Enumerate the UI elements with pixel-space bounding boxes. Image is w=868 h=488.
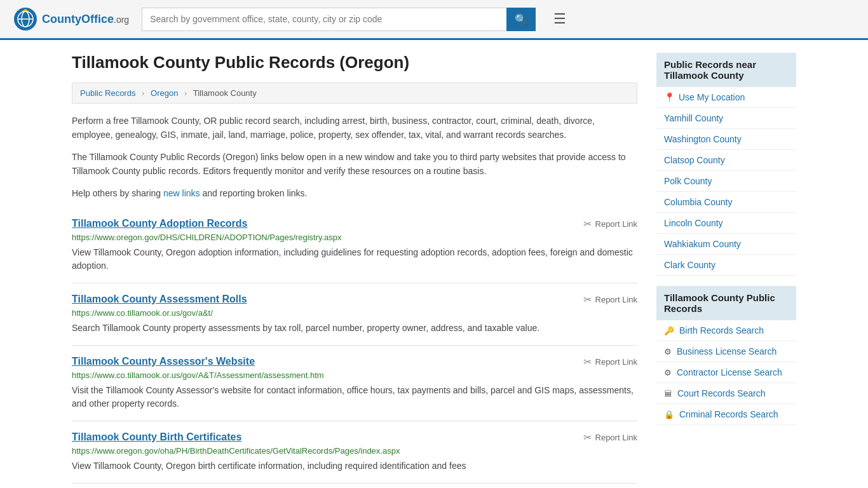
record-header-2: Tillamook County Assessor's Website ✂ Re… <box>72 356 637 368</box>
records-link-0[interactable]: Birth Records Search <box>679 325 764 336</box>
new-links-link[interactable]: new links <box>163 188 200 198</box>
records-link-item-0[interactable]: 🔑 Birth Records Search <box>656 320 796 341</box>
report-icon-1: ✂ <box>583 294 592 306</box>
breadcrumb-oregon[interactable]: Oregon <box>151 88 178 98</box>
nearby-county-link-4[interactable]: Columbia County <box>664 197 732 207</box>
record-item: Tillamook County Assessor's Website ✂ Re… <box>72 346 637 421</box>
nearby-section: Public Records near Tillamook County 📍 U… <box>656 53 796 276</box>
sidebar: Public Records near Tillamook County 📍 U… <box>656 53 796 484</box>
main-container: Tillamook County Public Records (Oregon)… <box>53 40 815 488</box>
record-header-1: Tillamook County Assessment Rolls ✂ Repo… <box>72 294 637 306</box>
nearby-county-4[interactable]: Columbia County <box>656 192 796 213</box>
logo[interactable]: CountyOffice.org <box>13 6 129 32</box>
report-link-0[interactable]: ✂ Report Link <box>583 218 637 230</box>
records-link-item-4[interactable]: 🔒 Criminal Records Search <box>656 404 796 425</box>
record-desc-3: View Tillamook County, Oregon birth cert… <box>72 459 637 473</box>
nearby-header: Public Records near Tillamook County <box>656 53 796 87</box>
desc3-prefix: Help others by sharing <box>72 188 163 198</box>
breadcrumb-current: Tillamook County <box>193 88 257 98</box>
record-title-1[interactable]: Tillamook County Assessment Rolls <box>72 294 247 305</box>
nearby-county-link-1[interactable]: Washington County <box>664 134 742 144</box>
record-header-3: Tillamook County Birth Certificates ✂ Re… <box>72 431 637 444</box>
records-link-icon-1: ⚙ <box>664 347 672 356</box>
records-link-2[interactable]: Contractor License Search <box>677 367 782 377</box>
record-title-0[interactable]: Tillamook County Adoption Records <box>72 218 247 229</box>
content-area: Tillamook County Public Records (Oregon)… <box>72 53 637 484</box>
pin-icon: 📍 <box>664 92 675 102</box>
records-link-item-1[interactable]: ⚙ Business License Search <box>656 341 796 362</box>
description-3: Help others by sharing new links and rep… <box>72 186 637 200</box>
records-link-item-2[interactable]: ⚙ Contractor License Search <box>656 362 796 383</box>
hamburger-icon: ☰ <box>553 11 566 27</box>
breadcrumb-sep2: › <box>184 88 187 98</box>
records-link-icon-3: 🏛 <box>664 389 672 398</box>
record-url-0[interactable]: https://www.oregon.gov/DHS/CHILDREN/ADOP… <box>72 233 637 242</box>
report-label-0: Report Link <box>595 219 637 229</box>
record-url-1[interactable]: https://www.co.tillamook.or.us/gov/a&t/ <box>72 308 637 318</box>
site-header: CountyOffice.org 🔍 ☰ <box>0 0 868 40</box>
breadcrumb: Public Records › Oregon › Tillamook Coun… <box>72 83 637 104</box>
record-desc-2: Visit the Tillamook County Assessor's we… <box>72 384 637 410</box>
use-location-item[interactable]: 📍 Use My Location <box>656 87 796 108</box>
records-link-icon-4: 🔒 <box>664 410 674 419</box>
search-input[interactable] <box>142 8 506 31</box>
use-location-link[interactable]: Use My Location <box>679 92 745 102</box>
breadcrumb-public-records[interactable]: Public Records <box>80 88 135 98</box>
nearby-counties-list: Yamhill CountyWashington CountyClatsop C… <box>656 108 796 276</box>
record-header-0: Tillamook County Adoption Records ✂ Repo… <box>72 218 637 230</box>
nearby-county-link-6[interactable]: Wahkiakum County <box>664 239 741 249</box>
nearby-county-link-5[interactable]: Lincoln County <box>664 218 723 228</box>
nearby-county-1[interactable]: Washington County <box>656 129 796 150</box>
record-title-3[interactable]: Tillamook County Birth Certificates <box>72 431 241 443</box>
report-icon-0: ✂ <box>583 218 592 230</box>
desc3-suffix: and reporting broken links. <box>200 188 308 198</box>
report-link-1[interactable]: ✂ Report Link <box>583 294 637 306</box>
record-url-3[interactable]: https://www.oregon.gov/oha/PH/BirthDeath… <box>72 446 637 456</box>
record-desc-0: View Tillamook County, Oregon adoption i… <box>72 246 637 273</box>
description-2: The Tillamook County Public Records (Ore… <box>72 150 637 179</box>
report-icon-3: ✂ <box>583 431 592 444</box>
nearby-county-link-2[interactable]: Clatsop County <box>664 155 725 165</box>
record-item: Tillamook County Adoption Records ✂ Repo… <box>72 208 637 283</box>
records-link-1[interactable]: Business License Search <box>677 346 776 356</box>
nearby-county-6[interactable]: Wahkiakum County <box>656 234 796 255</box>
logo-icon <box>13 6 38 32</box>
search-button[interactable]: 🔍 <box>506 8 536 31</box>
report-label-1: Report Link <box>595 295 637 304</box>
nearby-county-3[interactable]: Polk County <box>656 171 796 192</box>
report-label-3: Report Link <box>595 433 637 442</box>
record-item: Tillamook County Birth Certificates ✂ Re… <box>72 421 637 484</box>
record-title-2[interactable]: Tillamook County Assessor's Website <box>72 356 255 367</box>
records-section: Tillamook County Public Records 🔑 Birth … <box>656 286 796 425</box>
nearby-county-link-7[interactable]: Clark County <box>664 260 715 270</box>
records-section-header: Tillamook County Public Records <box>656 286 796 320</box>
record-item: Tillamook County Assessment Rolls ✂ Repo… <box>72 283 637 346</box>
description-1: Perform a free Tillamook County, OR publ… <box>72 114 637 142</box>
record-url-2[interactable]: https://www.co.tillamook.or.us/gov/A&T/A… <box>72 370 637 380</box>
records-link-3[interactable]: Court Records Search <box>677 388 766 398</box>
records-link-icon-0: 🔑 <box>664 326 674 336</box>
records-link-4[interactable]: Criminal Records Search <box>679 409 778 419</box>
nearby-county-link-3[interactable]: Polk County <box>664 176 712 186</box>
report-link-3[interactable]: ✂ Report Link <box>583 431 637 444</box>
nearby-county-link-0[interactable]: Yamhill County <box>664 113 723 123</box>
logo-text: CountyOffice.org <box>42 13 129 26</box>
records-link-item-3[interactable]: 🏛 Court Records Search <box>656 383 796 404</box>
records-list: Tillamook County Adoption Records ✂ Repo… <box>72 208 637 484</box>
nearby-county-2[interactable]: Clatsop County <box>656 150 796 171</box>
report-link-2[interactable]: ✂ Report Link <box>583 356 637 368</box>
search-area: 🔍 <box>142 8 536 31</box>
records-links-list: 🔑 Birth Records Search ⚙ Business Licens… <box>656 320 796 425</box>
search-icon: 🔍 <box>515 14 527 25</box>
nearby-county-7[interactable]: Clark County <box>656 255 796 276</box>
report-label-2: Report Link <box>595 357 637 367</box>
nearby-county-5[interactable]: Lincoln County <box>656 213 796 234</box>
breadcrumb-sep1: › <box>142 88 144 98</box>
record-desc-1: Search Tillamook County property assessm… <box>72 322 637 335</box>
hamburger-button[interactable]: ☰ <box>548 8 571 30</box>
page-title: Tillamook County Public Records (Oregon) <box>72 53 637 72</box>
records-link-icon-2: ⚙ <box>664 368 672 377</box>
report-icon-2: ✂ <box>583 356 592 368</box>
nearby-county-0[interactable]: Yamhill County <box>656 108 796 129</box>
